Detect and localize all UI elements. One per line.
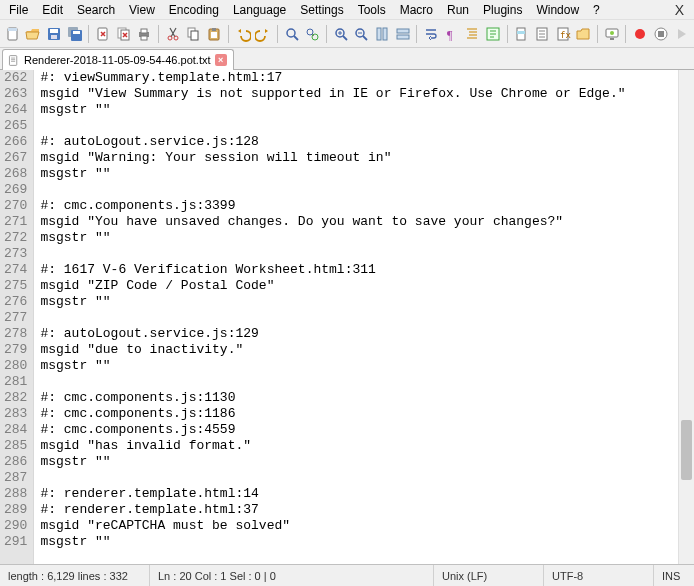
code-line[interactable]: msgid "Warning: Your session will timeou… — [40, 150, 694, 166]
code-line[interactable]: #: cmc.components.js:3399 — [40, 198, 694, 214]
svg-point-21 — [287, 29, 295, 37]
play-macro-button[interactable] — [672, 23, 692, 45]
code-line[interactable]: #: cmc.components.js:1186 — [40, 406, 694, 422]
code-line[interactable] — [40, 246, 694, 262]
zoom-in-button[interactable] — [331, 23, 351, 45]
code-line[interactable]: msgid "You have unsaved changes. Do you … — [40, 214, 694, 230]
doc-map-button[interactable] — [512, 23, 532, 45]
code-line[interactable]: msgid "due to inactivity." — [40, 342, 694, 358]
status-encoding[interactable]: UTF-8 — [544, 565, 654, 586]
menu-macro[interactable]: Macro — [393, 1, 440, 19]
monitor-button[interactable] — [602, 23, 622, 45]
line-number: 283 — [4, 406, 27, 422]
menu-view[interactable]: View — [122, 1, 162, 19]
file-tab[interactable]: Renderer-2018-11-05-09-54-46.pot.txt × — [2, 49, 234, 70]
code-line[interactable]: msgstr "" — [40, 358, 694, 374]
code-line[interactable] — [40, 118, 694, 134]
sync-hscroll-button[interactable] — [393, 23, 413, 45]
redo-icon — [255, 26, 271, 42]
code-line[interactable]: #: renderer.template.html:37 — [40, 502, 694, 518]
code-line[interactable]: msgstr "" — [40, 294, 694, 310]
code-line[interactable] — [40, 310, 694, 326]
code-line[interactable]: #: 1617 V-6 Verification Worksheet.html:… — [40, 262, 694, 278]
line-number: 280 — [4, 358, 27, 374]
line-number: 289 — [4, 502, 27, 518]
undo-button[interactable] — [233, 23, 253, 45]
new-file-button[interactable] — [3, 23, 23, 45]
copy-button[interactable] — [184, 23, 204, 45]
status-eol[interactable]: Unix (LF) — [434, 565, 544, 586]
menu-edit[interactable]: Edit — [35, 1, 70, 19]
cut-button[interactable] — [163, 23, 183, 45]
menu-window[interactable]: Window — [529, 1, 586, 19]
code-line[interactable]: msgstr "" — [40, 166, 694, 182]
zoom-out-button[interactable] — [352, 23, 372, 45]
wordwrap-button[interactable] — [421, 23, 441, 45]
doc-map-icon — [513, 26, 529, 42]
code-line[interactable]: #: cmc.components.js:4559 — [40, 422, 694, 438]
code-line[interactable]: msgstr "" — [40, 454, 694, 470]
print-button[interactable] — [135, 23, 155, 45]
menu-file[interactable]: File — [2, 1, 35, 19]
code-line[interactable]: msgstr "" — [40, 230, 694, 246]
code-line[interactable]: #: autoLogout.service.js:129 — [40, 326, 694, 342]
open-file-button[interactable] — [24, 23, 44, 45]
vertical-scrollbar[interactable] — [678, 70, 694, 564]
code-line[interactable] — [40, 182, 694, 198]
code-line[interactable]: msgstr "" — [40, 534, 694, 550]
menu-help[interactable]: ? — [586, 1, 607, 19]
pilcrow-icon: ¶ — [444, 26, 460, 42]
scrollbar-thumb[interactable] — [681, 420, 692, 480]
menu-language[interactable]: Language — [226, 1, 293, 19]
code-line[interactable]: #: viewSummary.template.html:17 — [40, 70, 694, 86]
svg-point-40 — [635, 29, 645, 39]
all-chars-button[interactable]: ¶ — [442, 23, 462, 45]
zoom-in-icon — [333, 26, 349, 42]
menu-bar: File Edit Search View Encoding Language … — [0, 0, 694, 20]
close-button[interactable]: X — [667, 2, 692, 18]
record-macro-button[interactable] — [630, 23, 650, 45]
sync-vscroll-button[interactable] — [372, 23, 392, 45]
stop-macro-button[interactable] — [651, 23, 671, 45]
user-lang-button[interactable] — [483, 23, 503, 45]
status-insert-mode[interactable]: INS — [654, 565, 694, 586]
replace-button[interactable] — [302, 23, 322, 45]
close-file-button[interactable] — [93, 23, 113, 45]
code-line[interactable]: msgid "ZIP Code / Postal Code" — [40, 278, 694, 294]
code-line[interactable]: msgid "View Summary is not supported in … — [40, 86, 694, 102]
code-line[interactable] — [40, 374, 694, 390]
menu-search[interactable]: Search — [70, 1, 122, 19]
code-line[interactable] — [40, 470, 694, 486]
line-number: 272 — [4, 230, 27, 246]
close-all-button[interactable] — [114, 23, 134, 45]
code-line[interactable]: msgid "reCAPTCHA must be solved" — [40, 518, 694, 534]
line-number: 282 — [4, 390, 27, 406]
paste-button[interactable] — [204, 23, 224, 45]
editor[interactable]: 2622632642652662672682692702712722732742… — [0, 70, 694, 564]
line-number: 284 — [4, 422, 27, 438]
line-number: 268 — [4, 166, 27, 182]
menu-run[interactable]: Run — [440, 1, 476, 19]
code-line[interactable]: msgstr "" — [40, 102, 694, 118]
redo-button[interactable] — [253, 23, 273, 45]
tab-close-button[interactable]: × — [215, 54, 227, 66]
line-number: 277 — [4, 310, 27, 326]
code-line[interactable]: #: renderer.template.html:14 — [40, 486, 694, 502]
menu-encoding[interactable]: Encoding — [162, 1, 226, 19]
code-area[interactable]: #: viewSummary.template.html:17msgid "Vi… — [34, 70, 694, 564]
line-number: 278 — [4, 326, 27, 342]
indent-guide-button[interactable] — [462, 23, 482, 45]
code-line[interactable]: #: cmc.components.js:1130 — [40, 390, 694, 406]
code-line[interactable]: #: autoLogout.service.js:128 — [40, 134, 694, 150]
menu-plugins[interactable]: Plugins — [476, 1, 529, 19]
code-line[interactable]: msgid "has invalid format." — [40, 438, 694, 454]
find-button[interactable] — [282, 23, 302, 45]
folder-workspace-button[interactable] — [573, 23, 593, 45]
save-all-button[interactable] — [65, 23, 85, 45]
line-number: 290 — [4, 518, 27, 534]
menu-settings[interactable]: Settings — [293, 1, 350, 19]
save-button[interactable] — [44, 23, 64, 45]
menu-tools[interactable]: Tools — [351, 1, 393, 19]
doc-list-button[interactable] — [532, 23, 552, 45]
function-list-button[interactable]: fx — [553, 23, 573, 45]
